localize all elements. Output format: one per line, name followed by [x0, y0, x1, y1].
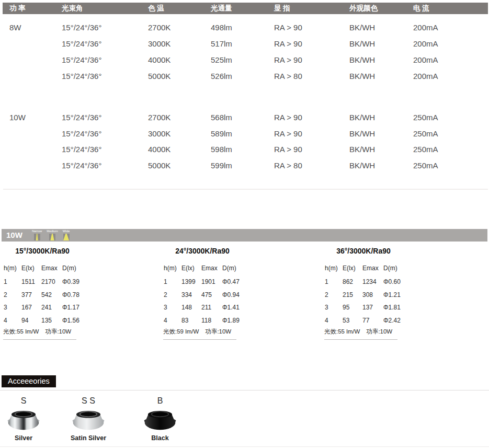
d-value: Φ1.89 [222, 317, 245, 324]
accessory-name: Silver [0, 434, 47, 442]
current-cell: 200mA [413, 55, 438, 65]
current-cell: 200mA [413, 39, 438, 49]
table-row: 3 95 137 Φ1.81 [325, 304, 406, 311]
cri-cell: RA > 90 [274, 144, 302, 155]
flux-cell: 599lm [211, 160, 232, 171]
beam-triangle [49, 234, 55, 240]
header-power: 功 率 [9, 3, 26, 14]
emax-value: 211 [201, 304, 222, 311]
efficacy-value: 光效:59 lm/W [163, 328, 199, 336]
emax-value: 2170 [41, 278, 62, 285]
e-value: 83 [181, 317, 201, 324]
e-value: 215 [343, 291, 362, 298]
col-d: D(m) [383, 265, 406, 272]
housing-color-cell: BK/WH [349, 112, 375, 123]
photometric-table-header-row: h(m) E(lx) Emax D(m) [325, 265, 406, 272]
wide-beam-icon [63, 234, 70, 240]
flux-cell: 525lm [211, 55, 232, 65]
housing-color-cell: BK/WH [349, 39, 375, 49]
beam-label-wide: Wide [63, 229, 70, 233]
col-emax: Emax [41, 265, 62, 272]
accessories-title-badge: Acceeeories [2, 375, 56, 387]
h-value: 2 [164, 291, 181, 298]
page-bottom-rule [0, 446, 489, 447]
table-row: 15°/24°/36° 3000K 589lm RA > 90 BK/WH 25… [3, 129, 488, 139]
cri-cell: RA > 90 [274, 22, 302, 33]
accessory-code: S S [65, 396, 112, 406]
table-row: 1 862 1234 Φ0.60 [325, 278, 406, 285]
col-d: D(m) [222, 265, 245, 272]
table-row: 15°/24°/36° 5000K 599lm RA > 80 BK/WH 25… [3, 160, 488, 171]
cri-cell: RA > 90 [274, 55, 302, 65]
emax-value: 137 [362, 304, 383, 311]
e-value: 95 [343, 304, 362, 311]
housing-color-cell: BK/WH [349, 71, 375, 82]
accessories-divider [0, 390, 489, 390]
col-emax: Emax [201, 265, 222, 272]
power-cell: 10W [9, 112, 26, 123]
beam-angle-cell: 15°/24°/36° [62, 55, 101, 65]
col-e: E(lx) [181, 265, 201, 272]
black-ring-image [144, 408, 176, 432]
col-e: E(lx) [343, 265, 362, 272]
accessory-code: S [0, 396, 47, 406]
table-row: 10W 15°/24°/36° 2700K 568lm RA > 90 BK/W… [3, 112, 488, 123]
beam-angle-cell: 15°/24°/36° [62, 39, 101, 49]
h-value: 3 [4, 304, 21, 311]
table-row: 15°/24°/36° 3000K 517lm RA > 90 BK/WH 20… [3, 39, 488, 49]
beam-angle-cell: 15°/24°/36° [62, 112, 101, 123]
header-housing-color: 外观颜色 [349, 3, 378, 14]
emax-value: 1901 [201, 278, 222, 285]
satin-silver-ring-image [72, 408, 105, 432]
table-row: 4 94 135 Φ1.56 [4, 317, 85, 324]
col-h: h(m) [4, 265, 21, 272]
current-cell: 200mA [413, 22, 438, 33]
accessory-name: Satin Silver [65, 434, 112, 442]
housing-color-cell: BK/WH [349, 129, 375, 139]
photometric-table-title: 24°/3000K/Ra90 [163, 247, 242, 255]
table-row: 3 148 211 Φ1.41 [164, 304, 245, 311]
current-cell: 200mA [413, 71, 438, 82]
h-value: 2 [4, 291, 21, 298]
datasheet-page: 功 率 光束角 色 温 光通量 显 指 外观颜色 电 流 8W 15°/24°/… [0, 0, 489, 448]
photometric-table-footer: 光效:55 lm/W 功率:10W [324, 328, 397, 340]
table-row: 8W 15°/24°/36° 2700K 498lm RA > 90 BK/WH… [3, 22, 488, 33]
e-value: 148 [181, 304, 201, 311]
header-cri: 显 指 [274, 3, 290, 14]
power-value: 功率:10W [45, 328, 71, 336]
table-row: 4 53 77 Φ2.42 [325, 317, 406, 324]
cct-cell: 4000K [148, 55, 170, 65]
cri-cell: RA > 90 [274, 129, 302, 139]
e-value: 377 [21, 291, 41, 298]
power-value: 功率:10W [205, 328, 231, 336]
cct-cell: 2700K [148, 22, 170, 33]
header-current: 电 流 [413, 3, 429, 14]
photometric-table-title: 15°/3000K/Ra90 [3, 247, 82, 255]
medium-beam-icon [49, 234, 55, 240]
d-value: Φ0.60 [383, 278, 406, 285]
current-cell: 250mA [413, 144, 438, 155]
efficacy-value: 光效:55 lm/W [3, 328, 39, 336]
narrow-beam-icon [34, 234, 40, 240]
h-value: 2 [325, 291, 343, 298]
cri-cell: RA > 90 [274, 39, 302, 49]
cri-cell: RA > 90 [274, 112, 302, 123]
e-value: 1399 [181, 278, 201, 285]
photometric-table-header-row: h(m) E(lx) Emax D(m) [164, 265, 245, 272]
flux-cell: 598lm [211, 144, 232, 155]
flux-cell: 498lm [211, 22, 232, 33]
emax-value: 77 [362, 317, 383, 324]
accessories-title: Acceeeories [8, 377, 50, 385]
cct-cell: 5000K [148, 160, 170, 171]
emax-value: 118 [201, 317, 222, 324]
d-value: Φ1.81 [383, 304, 406, 311]
flux-cell: 517lm [211, 39, 232, 49]
h-value: 1 [164, 278, 181, 285]
table-row: 1 1511 2170 Φ0.39 [4, 278, 85, 285]
current-cell: 250mA [413, 129, 438, 139]
cct-cell: 4000K [148, 144, 170, 155]
header-beam-angle: 光束角 [62, 3, 83, 14]
col-h: h(m) [325, 265, 343, 272]
housing-color-cell: BK/WH [349, 22, 375, 33]
housing-color-cell: BK/WH [349, 160, 375, 171]
